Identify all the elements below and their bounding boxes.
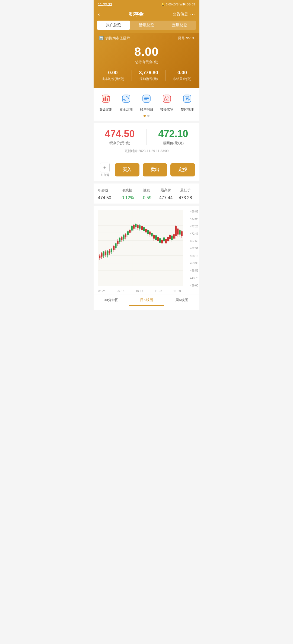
svg-rect-97 [161, 240, 163, 243]
svg-rect-35 [99, 256, 100, 258]
gold-fixed-label: 黄金定期 [99, 107, 112, 112]
svg-rect-117 [181, 231, 183, 236]
col2-value: -0.12% [117, 195, 137, 200]
y-label-8: 453.35 [186, 262, 198, 265]
sell-price-block: 472.10 赎回价(元/克) [158, 128, 188, 146]
y-label-2: 482.04 [186, 217, 198, 220]
menu-contract-mgmt[interactable]: 签约管理 [179, 92, 195, 112]
svg-rect-77 [141, 226, 143, 230]
svg-rect-61 [125, 234, 126, 237]
svg-rect-43 [107, 251, 108, 255]
buy-price-value: 474.50 [105, 128, 135, 140]
frozen-gold-value: 0.00 [173, 70, 191, 76]
svg-rect-89 [153, 235, 155, 239]
y-label-9: 448.56 [186, 269, 198, 272]
frozen-gold-stat: 0.00 冻结黄金(克) [173, 70, 191, 81]
y-label-5: 467.69 [186, 240, 198, 243]
col4-header: 最高价 [156, 188, 176, 193]
candlestick-svg [98, 210, 183, 286]
svg-rect-39 [103, 252, 104, 256]
buy-price-block: 474.50 积存价(元/克) [105, 128, 135, 146]
svg-rect-5 [122, 95, 130, 102]
y-label-7: 458.13 [186, 255, 198, 257]
sell-button[interactable]: 卖出 [143, 163, 167, 176]
frozen-gold-label: 冻结黄金(克) [173, 77, 191, 81]
svg-rect-51 [115, 243, 116, 248]
dot-2 [147, 115, 149, 117]
update-time: 更新时间:2023-11-29 11:33:09 [99, 149, 194, 153]
chart-tabs: 30分钟图 日K线图 周K线图 [94, 295, 199, 306]
switch-icon: 🔄 [99, 36, 104, 40]
svg-rect-1 [103, 98, 104, 101]
svg-rect-69 [133, 225, 135, 229]
svg-rect-75 [139, 226, 141, 229]
dot-1 [144, 115, 146, 117]
col1-header: 积存价 [98, 188, 117, 193]
svg-rect-73 [137, 225, 138, 228]
tab-account-overview[interactable]: 账户总览 [97, 21, 130, 30]
svg-rect-67 [131, 226, 133, 231]
chart-tab-daily[interactable]: 日K线图 [129, 295, 164, 306]
wifi-icon: WiFi [180, 3, 186, 6]
notice-button[interactable]: 公告信息 [173, 12, 188, 17]
svg-rect-87 [151, 233, 152, 236]
svg-rect-59 [123, 235, 124, 239]
menu-transfer-physical[interactable]: 转提实物 [159, 92, 175, 112]
page-title: 积存金 [129, 11, 144, 17]
chart-tab-weekly[interactable]: 周K线图 [164, 295, 199, 306]
more-button[interactable]: ··· [190, 11, 195, 17]
chart-container: 486.82 482.04 477.26 472.47 467.69 462.9… [94, 210, 199, 287]
svg-rect-113 [177, 229, 179, 235]
speed-label: 5.00KB/S [166, 3, 179, 6]
col5-value: 473.28 [176, 195, 195, 200]
col3-header: 涨跌 [137, 188, 156, 193]
float-pnl-label: 浮动盈亏(元) [139, 77, 158, 81]
plan-button[interactable]: 定投 [170, 163, 195, 176]
svg-rect-37 [101, 253, 102, 257]
tab-current-overview[interactable]: 活期总览 [130, 21, 163, 30]
svg-rect-18 [186, 98, 188, 99]
svg-rect-3 [107, 98, 108, 101]
y-label-3: 477.26 [186, 225, 198, 228]
col1-value: 474.50 [98, 195, 117, 200]
account-stats-row: 0.00 成本均价(元/克) 3,776.80 浮动盈亏(元) 0.00 冻结黄… [99, 70, 194, 81]
svg-rect-17 [186, 98, 188, 98]
add-watchlist-icon: ＋ [100, 163, 110, 172]
menu-gold-current[interactable]: 黄金活期 [118, 92, 134, 112]
y-label-10: 443.78 [186, 277, 198, 280]
alarm-icon: 🔔 [161, 3, 165, 6]
svg-rect-83 [147, 230, 149, 234]
buy-price-label: 积存价(元/克) [105, 141, 135, 146]
contract-mgmt-label: 签约管理 [181, 107, 194, 112]
svg-rect-49 [113, 246, 114, 250]
back-button[interactable]: ‹ [98, 11, 100, 17]
svg-rect-55 [119, 238, 120, 242]
svg-rect-107 [171, 236, 173, 240]
status-icons: 🔔 5.00KB/S WiFi 5G 53 [161, 3, 195, 6]
contract-mgmt-icon [181, 92, 194, 105]
chart-x-axis: 08-24 09-15 10-17 11-08 11-29 [94, 287, 185, 292]
switch-display-button[interactable]: 🔄 切换为市值显示 [99, 36, 130, 41]
status-bar: 11:33:22 🔔 5.00KB/S WiFi 5G 53 [94, 0, 199, 9]
chart-area[interactable] [94, 210, 185, 287]
svg-rect-11 [144, 99, 147, 100]
menu-gold-fixed[interactable]: 黄金定期 [98, 92, 114, 112]
chart-tab-30min[interactable]: 30分钟图 [94, 295, 129, 306]
svg-rect-53 [117, 241, 119, 244]
menu-account-detail[interactable]: 账户明细 [138, 92, 155, 112]
svg-rect-95 [159, 238, 161, 243]
menu-section: 黄金定期 黄金活期 [94, 88, 199, 121]
price-row: 474.50 积存价(元/克) 472.10 赎回价(元/克) [99, 128, 194, 146]
x-label-1: 08-24 [98, 289, 106, 292]
transfer-physical-label: 转提实物 [160, 107, 173, 112]
y-label-1: 486.82 [186, 210, 198, 213]
chart-section: 486.82 482.04 477.26 472.47 467.69 462.9… [94, 206, 199, 310]
buy-button[interactable]: 买入 [115, 163, 139, 176]
sell-price-label: 赎回价(元/克) [158, 141, 188, 146]
svg-rect-101 [165, 239, 167, 243]
chart-y-axis: 486.82 482.04 477.26 472.47 467.69 462.9… [185, 210, 199, 287]
market-stats: 积存价 涨跌幅 涨跌 最高价 最低价 474.50 -0.12% -0.59 4… [94, 183, 199, 204]
svg-rect-109 [173, 234, 175, 239]
add-watchlist-button[interactable]: ＋ 加自选 [98, 163, 112, 177]
tab-fixed-overview[interactable]: 定期总览 [163, 21, 196, 30]
